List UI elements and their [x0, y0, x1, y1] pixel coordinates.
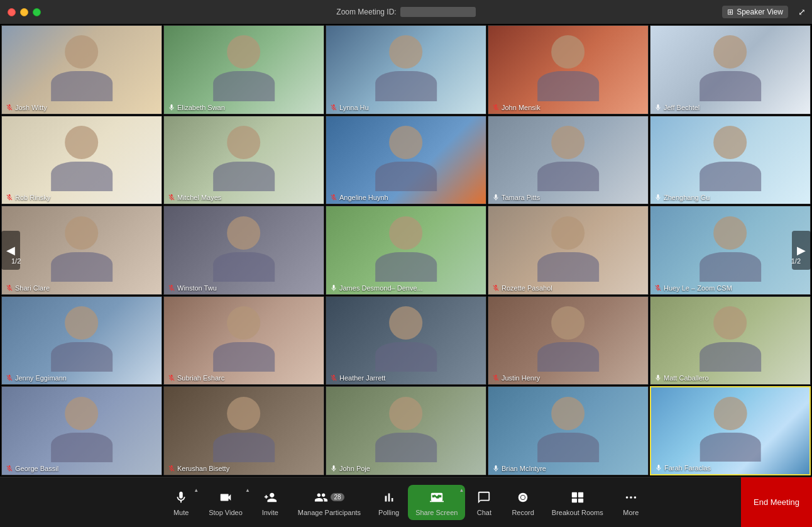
participant-name-label: Huey Le – Zoom CSM — [654, 284, 732, 292]
video-cell[interactable]: Matt Caballero — [650, 296, 811, 386]
participant-name-label: Brian McIntyre — [492, 465, 546, 472]
person-silhouette — [686, 126, 774, 192]
person-silhouette — [362, 216, 450, 282]
nav-prev-button[interactable]: ◀ 1/2 — [1, 231, 20, 270]
video-grid: Josh WittyElizabeth SwanLynna HuJohn Men… — [0, 24, 812, 477]
video-cell[interactable]: Kerushan Bisetty — [163, 386, 324, 475]
mic-status-icon — [655, 464, 662, 472]
titlebar: Zoom Meeting ID: ⊞ Speaker View ⤢ — [0, 0, 812, 24]
mic-status-icon — [330, 104, 337, 111]
video-cell[interactable]: Heather Jarrett — [326, 296, 486, 386]
participant-name-text: Farah Faraclas — [664, 464, 711, 472]
video-cell[interactable]: Rozette Pasahol — [488, 206, 649, 295]
share-screen-button[interactable]: ▲ Share Screen — [408, 485, 465, 520]
participant-name-text: Shari Clare — [15, 284, 50, 292]
person-silhouette — [524, 306, 612, 372]
svg-point-1 — [520, 495, 525, 499]
manage-participants-button[interactable]: 28 Manage Participants — [289, 485, 370, 520]
participant-name-text: John Mensik — [502, 104, 540, 111]
page-indicator-right: 1/2 — [791, 257, 801, 265]
left-arrow-icon: ◀ — [6, 244, 15, 257]
participant-name-text: Jenny Eggimann — [15, 374, 67, 382]
mic-status-icon — [492, 104, 500, 111]
invite-button[interactable]: Invite — [251, 485, 289, 520]
record-circle-icon — [516, 491, 530, 504]
video-cell[interactable]: Farah Faraclas — [650, 386, 811, 475]
video-cell[interactable]: John Poje — [326, 386, 486, 475]
mic-status-icon — [168, 374, 175, 382]
video-cell[interactable]: Jenny Eggimann — [1, 296, 162, 386]
dots-icon — [624, 491, 638, 504]
svg-point-6 — [626, 496, 628, 499]
video-cell[interactable]: James Desmond– Denve... — [326, 206, 486, 295]
video-cell[interactable]: Jeff Bechtel — [650, 25, 811, 114]
video-cell[interactable]: Justin Henry — [488, 296, 649, 386]
toolbar-items: ▲ Mute ▲ Stop Video — [0, 485, 812, 520]
polling-icon — [382, 489, 396, 506]
fullscreen-button[interactable]: ⤢ — [798, 7, 806, 17]
video-cell[interactable]: Josh Witty — [1, 25, 162, 114]
video-cell[interactable]: Angeline Huynh — [326, 116, 486, 205]
manage-participants-label: Manage Participants — [298, 509, 361, 516]
person-add-icon — [263, 491, 277, 504]
stop-video-button[interactable]: ▲ Stop Video — [200, 485, 251, 520]
person-silhouette — [200, 126, 288, 192]
nav-next-button[interactable]: ▶ 1/2 — [792, 231, 811, 270]
main-area: ◀ 1/2 Josh WittyElizabeth SwanLynna HuJo… — [0, 24, 812, 477]
video-cell[interactable]: Winston Twu — [163, 206, 324, 295]
person-silhouette — [38, 35, 126, 101]
polling-button[interactable]: Polling — [370, 485, 408, 520]
video-cell[interactable]: Shari Clare — [1, 206, 162, 295]
person-silhouette — [362, 306, 450, 372]
video-cell[interactable]: Tamara Pitts — [488, 116, 649, 205]
participant-name-text: Matt Caballero — [664, 374, 709, 382]
video-cell[interactable]: Zhenghang Gu — [650, 116, 811, 205]
speaker-view-button[interactable]: ⊞ Speaker View — [722, 6, 788, 18]
more-button[interactable]: More — [612, 485, 650, 520]
svg-point-8 — [634, 496, 636, 499]
mute-button[interactable]: ▲ Mute — [162, 485, 200, 520]
video-cell[interactable]: George Bassil — [1, 386, 162, 475]
participant-name-label: George Bassil — [6, 465, 58, 472]
mic-status-icon — [168, 465, 175, 472]
person-silhouette — [38, 396, 126, 462]
participant-name-text: Huey Le – Zoom CSM — [664, 284, 732, 292]
video-cell[interactable]: Subriah Esharc — [163, 296, 324, 386]
participant-name-text: Subriah Esharc — [177, 374, 224, 382]
svg-rect-5 — [578, 498, 583, 502]
person-silhouette — [200, 35, 288, 101]
record-button[interactable]: Record — [503, 485, 542, 520]
mic-status-icon — [6, 194, 13, 201]
person-silhouette — [524, 126, 612, 192]
video-cell[interactable]: Huey Le – Zoom CSM — [650, 206, 811, 295]
participant-name-text: Brian McIntyre — [502, 465, 546, 472]
page-indicator-left: 1/2 — [11, 257, 21, 265]
grid-icon: ⊞ — [727, 8, 733, 16]
video-cell[interactable]: Mitchel Mayes — [163, 116, 324, 205]
video-chevron-icon: ▲ — [245, 487, 250, 493]
mic-status-icon — [6, 374, 13, 382]
participant-name-label: Jeff Bechtel — [654, 104, 700, 111]
participant-name-text: James Desmond– Denve... — [339, 284, 423, 292]
minimize-button[interactable] — [20, 8, 28, 16]
person-silhouette — [38, 306, 126, 372]
close-button[interactable] — [8, 8, 16, 16]
video-cell[interactable]: John Mensik — [488, 25, 649, 114]
microphone-icon — [174, 491, 188, 504]
mic-status-icon — [492, 194, 500, 201]
video-cell[interactable]: Lynna Hu — [326, 25, 486, 114]
video-cell[interactable]: Elizabeth Swan — [163, 25, 324, 114]
person-silhouette — [362, 35, 450, 101]
participant-name-label: Jenny Eggimann — [6, 374, 67, 382]
chat-button[interactable]: Chat — [465, 485, 503, 520]
video-cell[interactable]: Rob Rinsky — [1, 116, 162, 205]
mic-status-icon — [654, 284, 662, 292]
person-silhouette — [362, 126, 450, 192]
end-meeting-label: End Meeting — [754, 497, 799, 507]
end-meeting-button[interactable]: End Meeting — [741, 477, 812, 527]
breakout-rooms-button[interactable]: Breakout Rooms — [543, 485, 612, 520]
video-cell[interactable]: Brian McIntyre — [488, 386, 649, 475]
maximize-button[interactable] — [33, 8, 41, 16]
participant-name-text: Mitchel Mayes — [177, 194, 221, 201]
person-silhouette — [686, 306, 774, 372]
